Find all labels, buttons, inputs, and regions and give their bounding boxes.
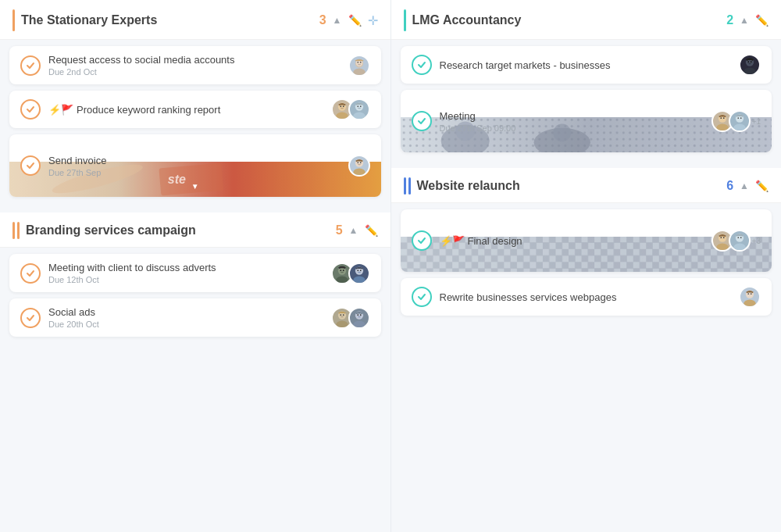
task-info-3: Send invoice Due 27th Sep	[48, 155, 341, 177]
svg-point-47	[737, 117, 739, 119]
task-checkbox-2[interactable]	[20, 99, 41, 120]
svg-point-11	[357, 105, 358, 107]
avatar-7-2	[729, 110, 751, 132]
chevron-up-icon-branding[interactable]: ▲	[349, 225, 358, 236]
svg-point-15	[357, 162, 358, 163]
task-info-1: Request access to social media accounts …	[48, 54, 341, 77]
section-bar-lmg	[404, 9, 406, 31]
section-title-lmg: LMG Accountancy	[412, 13, 721, 27]
section-content-branding: Meeting with client to discuss adverts D…	[0, 254, 390, 346]
chevron-up-icon-lmg[interactable]: ▲	[740, 15, 749, 26]
task-card-send-invoice[interactable]: Send invoice Due 27th Sep	[9, 134, 381, 197]
section-website-relaunch: Website relaunch 6 ▲ ✏️ ⚡🚩 Final design	[391, 168, 782, 325]
svg-point-14	[353, 168, 365, 176]
edit-icon-branding[interactable]: ✏️	[365, 224, 378, 237]
right-column: LMG Accountancy 2 ▲ ✏️ Research target m…	[391, 0, 782, 532]
section-bar-stationary	[12, 9, 15, 31]
edit-icon-stationary[interactable]: ✏️	[348, 14, 362, 27]
edit-icon-website[interactable]: ✏️	[755, 180, 769, 192]
task-checkbox-6[interactable]	[412, 55, 432, 75]
task-avatars-2	[331, 98, 370, 120]
task-checkbox-7[interactable]	[412, 111, 432, 131]
task-info-2: ⚡🚩 Produce keyword ranking report	[48, 104, 323, 116]
double-bar-website	[404, 177, 411, 195]
double-bar-branding	[12, 222, 20, 239]
svg-point-61	[733, 243, 745, 251]
main-layout: The Stationary Experts 3 ▲ ✏️ ✛ Request …	[0, 0, 781, 532]
svg-point-3	[357, 61, 358, 62]
avatar-count-7: +1	[752, 117, 761, 126]
chevron-up-icon-website[interactable]: ▲	[740, 180, 749, 191]
task-checkbox-4[interactable]	[20, 263, 41, 284]
section-content-website: ⚡🚩 Final design	[391, 209, 782, 325]
task-card-meeting-lmg[interactable]: Meeting Due 27th Sep 09:00	[401, 90, 772, 152]
edit-icon-lmg[interactable]: ✏️	[755, 14, 769, 27]
section-count-branding: 5	[336, 223, 343, 237]
task-card-keyword-report[interactable]: ⚡🚩 Produce keyword ranking report	[9, 91, 381, 128]
section-count-lmg: 2	[726, 13, 733, 27]
task-due-4: Due 12th Oct	[48, 275, 323, 284]
task-title-2: ⚡🚩 Produce keyword ranking report	[48, 104, 323, 116]
svg-point-26	[353, 276, 365, 284]
task-card-final-design[interactable]: ⚡🚩 Final design	[401, 209, 772, 272]
task-due-7: Due 27th Sep 09:00	[440, 123, 704, 133]
svg-point-27	[357, 270, 358, 271]
svg-point-32	[342, 314, 344, 316]
task-avatars-8: +3	[711, 230, 761, 252]
avatar-9-1	[739, 286, 761, 308]
task-info-5: Social ads Due 20th Oct	[48, 306, 323, 329]
task-info-9: Rewrite businesses services webpages	[440, 291, 732, 303]
avatar-1-1	[348, 55, 370, 77]
svg-point-42	[716, 123, 728, 131]
task-card-research-markets[interactable]: Research target markets - businesses	[401, 46, 772, 84]
avatar-3-1	[348, 155, 370, 177]
task-info-6: Research target markets - businesses	[440, 59, 732, 71]
svg-point-36	[359, 314, 361, 316]
task-checkbox-1[interactable]	[20, 55, 41, 76]
task-checkbox-8[interactable]	[412, 230, 432, 251]
svg-point-58	[720, 237, 722, 238]
svg-point-59	[722, 237, 724, 238]
section-content-stationary: Request access to social media accounts …	[0, 46, 390, 206]
task-card-social-ads[interactable]: Social ads Due 20th Oct	[9, 298, 381, 337]
task-due-1: Due 2nd Oct	[48, 67, 341, 77]
svg-point-22	[336, 276, 348, 284]
task-checkbox-5[interactable]	[20, 308, 41, 328]
section-title-website: Website relaunch	[417, 179, 721, 193]
section-header-stationary: The Stationary Experts 3 ▲ ✏️ ✛	[0, 0, 390, 40]
task-title-1: Request access to social media accounts	[48, 54, 341, 66]
drag-icon-stationary[interactable]: ✛	[368, 13, 378, 28]
svg-point-44	[722, 117, 724, 119]
chevron-up-icon-stationary[interactable]: ▲	[333, 15, 342, 26]
svg-point-43	[720, 117, 722, 119]
svg-point-6	[336, 112, 348, 120]
section-header-website: Website relaunch 6 ▲ ✏️	[391, 168, 782, 203]
task-checkbox-9[interactable]	[412, 287, 432, 307]
svg-point-24	[342, 270, 344, 271]
task-title-8: ⚡🚩 Final design	[440, 235, 704, 247]
task-title-7: Meeting	[440, 110, 704, 122]
section-count-stationary: 3	[319, 13, 326, 27]
avatar-5-2	[348, 307, 370, 329]
task-avatars-9	[739, 286, 761, 308]
task-card-meeting-client[interactable]: Meeting with client to discuss adverts D…	[9, 254, 381, 292]
task-info-7: Meeting Due 27th Sep 09:00	[440, 110, 704, 133]
svg-point-31	[340, 314, 341, 316]
svg-point-34	[353, 320, 365, 328]
svg-point-35	[357, 314, 358, 316]
section-header-lmg: LMG Accountancy 2 ▲ ✏️	[391, 0, 782, 40]
svg-point-63	[740, 237, 741, 238]
task-card-request-access[interactable]: Request access to social media accounts …	[9, 46, 381, 84]
task-avatars-7: +1	[711, 110, 761, 132]
svg-point-10	[353, 112, 365, 120]
left-column: The Stationary Experts 3 ▲ ✏️ ✛ Request …	[0, 0, 391, 532]
task-card-rewrite-pages[interactable]: Rewrite businesses services webpages	[401, 278, 772, 316]
svg-point-8	[342, 105, 344, 107]
avatar-4-2	[348, 262, 370, 284]
task-checkbox-3[interactable]	[20, 155, 41, 176]
task-due-5: Due 20th Oct	[48, 320, 323, 329]
section-lmg-accountancy: LMG Accountancy 2 ▲ ✏️ Research target m…	[391, 0, 782, 162]
svg-point-7	[340, 105, 341, 107]
task-avatars-3	[348, 155, 370, 177]
section-branding-campaign: Branding services campaign 5 ▲ ✏️ Meetin…	[0, 212, 390, 346]
